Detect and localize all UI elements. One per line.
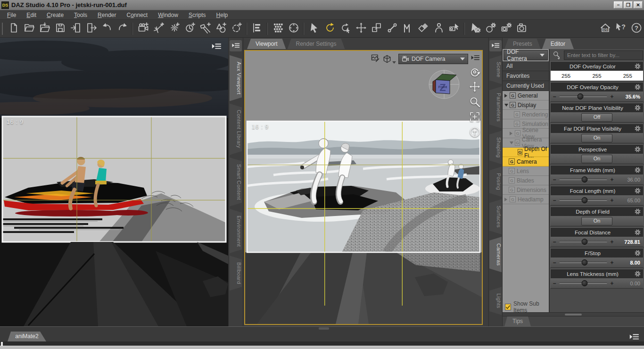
param-group-dimensions[interactable]: GDimensions xyxy=(503,185,549,195)
slider-knob[interactable] xyxy=(582,239,588,245)
tab-lights[interactable]: Lights xyxy=(489,287,502,315)
right-strip-menu-icon[interactable] xyxy=(489,40,502,51)
tab-posing[interactable]: Posing xyxy=(489,166,502,197)
param-group-display[interactable]: GDisplay xyxy=(503,100,549,110)
filter-input[interactable] xyxy=(564,50,643,60)
geometry-editor-button[interactable] xyxy=(400,22,415,36)
tree-collapsed-arrow-icon[interactable] xyxy=(510,132,512,135)
param-settings-gear-icon[interactable] xyxy=(635,105,642,111)
import-button[interactable] xyxy=(68,22,83,36)
slider-increment-button[interactable]: + xyxy=(608,280,616,287)
param-value[interactable]: 35.6% xyxy=(616,94,643,100)
polygon-group-editor-button[interactable] xyxy=(415,22,431,36)
param-settings-gear-icon[interactable] xyxy=(635,229,642,235)
menu-edit[interactable]: Edit xyxy=(21,10,41,20)
param-settings-gear-icon[interactable] xyxy=(635,146,642,152)
export-button[interactable] xyxy=(83,22,99,36)
param-settings-gear-icon[interactable] xyxy=(635,188,642,194)
tab-shaping[interactable]: Shaping xyxy=(489,131,502,164)
panel-camera-dropdown[interactable]: DOF Camera xyxy=(504,50,548,60)
toggle-button[interactable]: On xyxy=(581,155,612,163)
bottom-bar-menu-icon[interactable] xyxy=(629,332,640,341)
slider-track[interactable] xyxy=(559,96,607,97)
open-file-button[interactable] xyxy=(21,22,37,36)
aux-viewport-pane[interactable]: 16 : 9 xyxy=(0,38,228,326)
left-strip-menu-icon[interactable] xyxy=(230,40,242,51)
tab-aux-viewport[interactable]: Aux Viewport xyxy=(230,55,242,101)
slider-increment-button[interactable]: + xyxy=(608,259,616,266)
show-sub-items-row[interactable]: Show Sub Items xyxy=(503,302,549,312)
content-grid-button[interactable] xyxy=(270,22,286,36)
tab-surfaces[interactable]: Surfaces xyxy=(489,199,502,234)
animate2-tab[interactable]: aniMate2 xyxy=(8,332,46,341)
panel-tab-editor[interactable]: Editor xyxy=(542,39,574,49)
slider-decrement-button[interactable]: − xyxy=(551,93,558,100)
camera-selector-dropdown[interactable]: DOF Camera xyxy=(398,54,468,64)
tab-parameters[interactable]: Parameters xyxy=(489,86,502,128)
aux-pane-menu-icon[interactable] xyxy=(211,42,223,51)
undo-button[interactable] xyxy=(99,22,115,36)
add-bulb-button[interactable] xyxy=(182,22,198,36)
slider-decrement-button[interactable]: − xyxy=(551,239,558,245)
slider-track[interactable] xyxy=(559,179,607,180)
tree-collapsed-arrow-icon[interactable] xyxy=(504,198,507,201)
view-selector-cube-icon[interactable] xyxy=(382,54,396,64)
add-distant-light-button[interactable] xyxy=(151,22,166,36)
slider-increment-button[interactable]: + xyxy=(608,93,616,100)
view-tool-aim-icon[interactable] xyxy=(469,126,480,139)
param-settings-gear-icon[interactable] xyxy=(635,208,642,215)
orbit-tool-button[interactable] xyxy=(338,22,353,36)
slider-decrement-button[interactable]: − xyxy=(551,280,558,287)
add-primitive-button[interactable] xyxy=(213,22,229,36)
slider-increment-button[interactable]: + xyxy=(608,176,616,183)
rotate-tool-button[interactable] xyxy=(322,22,338,36)
quick-group-currently-used[interactable]: Currently Used xyxy=(503,81,549,91)
slider-increment-button[interactable]: + xyxy=(608,197,616,204)
param-group-depth-of-fi[interactable]: GDepth Of Fi... xyxy=(503,148,549,157)
redo-button[interactable] xyxy=(115,22,130,36)
slider-knob[interactable] xyxy=(582,197,588,203)
menu-connect[interactable]: Connect xyxy=(121,10,153,20)
view-tool-frame-icon[interactable] xyxy=(469,111,480,124)
slider-decrement-button[interactable]: − xyxy=(551,259,558,266)
param-settings-gear-icon[interactable] xyxy=(635,271,642,277)
panel-splitter[interactable] xyxy=(503,312,644,316)
tab-cameras[interactable]: Cameras xyxy=(489,237,502,272)
slider-decrement-button[interactable]: − xyxy=(551,176,558,183)
toggle-button[interactable]: On xyxy=(581,134,612,142)
viewport-tab-viewport[interactable]: Viewport xyxy=(247,39,286,49)
viewport-canvas[interactable]: DOF Camera Z Front xyxy=(244,50,483,325)
slider-track[interactable] xyxy=(559,241,607,242)
home-ds-button[interactable]: DS xyxy=(597,22,613,36)
add-point-light-button[interactable] xyxy=(166,22,182,36)
param-settings-gear-icon[interactable] xyxy=(635,63,642,69)
param-group-lens[interactable]: GLens xyxy=(503,166,549,176)
toggle-button[interactable]: Off xyxy=(581,113,612,122)
slider-track[interactable] xyxy=(559,283,607,284)
tab-smart-content[interactable]: Smart Content xyxy=(230,158,242,207)
drawstyle-icon[interactable] xyxy=(371,53,380,64)
slider-increment-button[interactable]: + xyxy=(608,239,616,245)
tab-scene[interactable]: Scene xyxy=(489,55,502,84)
surface-gear-button[interactable] xyxy=(483,22,498,36)
playhead-tick[interactable] xyxy=(1,342,3,346)
outline-options-button[interactable] xyxy=(249,22,265,36)
horizontal-splitter-handle[interactable] xyxy=(319,327,329,330)
render-settings-button[interactable] xyxy=(498,22,514,36)
quick-group-favorites[interactable]: Favorites xyxy=(503,71,549,81)
menu-render[interactable]: Render xyxy=(92,10,121,20)
show-sub-items-checkbox[interactable] xyxy=(505,304,511,310)
panel-tab-presets[interactable]: Presets xyxy=(504,39,541,49)
tree-expanded-arrow-icon[interactable] xyxy=(510,141,513,144)
param-settings-gear-icon[interactable] xyxy=(635,84,642,90)
tab-content-library[interactable]: Content Library xyxy=(230,103,242,155)
param-group-general[interactable]: GGeneral xyxy=(503,91,549,100)
slider-track[interactable] xyxy=(559,262,607,263)
tips-tab[interactable]: Tips xyxy=(504,316,531,326)
param-value[interactable]: 65.00 xyxy=(616,198,643,203)
slider-knob[interactable] xyxy=(577,93,583,100)
menu-help[interactable]: Help xyxy=(211,10,233,20)
close-button[interactable]: ✕ xyxy=(634,1,643,8)
joint-editor-button[interactable] xyxy=(384,22,400,36)
menu-scripts[interactable]: Scripts xyxy=(183,10,211,20)
